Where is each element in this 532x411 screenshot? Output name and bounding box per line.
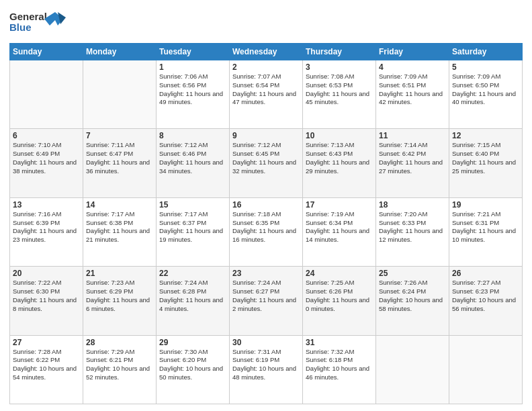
day-number: 6	[13, 131, 80, 140]
day-number: 19	[452, 200, 519, 210]
page: General Blue SundayMondayTuesdayWednesda…	[0, 0, 532, 411]
calendar-header-sunday: Sunday	[10, 44, 83, 60]
calendar-cell: 8Sunrise: 7:12 AM Sunset: 6:46 PM Daylig…	[157, 129, 230, 197]
header: General Blue	[9, 7, 523, 39]
day-number: 22	[159, 269, 226, 278]
day-number: 4	[379, 62, 446, 72]
day-info: Sunrise: 7:14 AM Sunset: 6:42 PM Dayligh…	[379, 141, 446, 175]
calendar-cell: 10Sunrise: 7:13 AM Sunset: 6:43 PM Dayli…	[303, 129, 376, 197]
day-info: Sunrise: 7:15 AM Sunset: 6:40 PM Dayligh…	[452, 141, 519, 175]
calendar-cell: 28Sunrise: 7:29 AM Sunset: 6:21 PM Dayli…	[83, 335, 157, 404]
day-number: 10	[306, 131, 373, 140]
day-number: 9	[232, 131, 300, 140]
calendar-cell: 25Sunrise: 7:26 AM Sunset: 6:24 PM Dayli…	[376, 267, 449, 335]
calendar-cell: 26Sunrise: 7:27 AM Sunset: 6:23 PM Dayli…	[449, 267, 523, 335]
day-number: 3	[306, 62, 373, 72]
day-number: 12	[452, 131, 519, 140]
day-info: Sunrise: 7:09 AM Sunset: 6:51 PM Dayligh…	[379, 73, 446, 107]
day-number: 25	[379, 269, 446, 278]
calendar-cell: 15Sunrise: 7:17 AM Sunset: 6:37 PM Dayli…	[157, 197, 230, 266]
calendar-cell: 6Sunrise: 7:10 AM Sunset: 6:49 PM Daylig…	[10, 129, 83, 197]
calendar-cell	[449, 335, 523, 404]
day-number: 30	[232, 338, 300, 347]
day-info: Sunrise: 7:25 AM Sunset: 6:26 PM Dayligh…	[306, 279, 373, 313]
calendar-cell: 1Sunrise: 7:06 AM Sunset: 6:56 PM Daylig…	[157, 60, 230, 129]
day-info: Sunrise: 7:29 AM Sunset: 6:21 PM Dayligh…	[86, 348, 153, 382]
logo: General Blue	[9, 7, 70, 39]
day-number: 11	[379, 131, 446, 140]
day-number: 31	[306, 338, 373, 347]
day-number: 7	[86, 131, 153, 140]
day-info: Sunrise: 7:17 AM Sunset: 6:37 PM Dayligh…	[159, 210, 226, 244]
day-info: Sunrise: 7:10 AM Sunset: 6:49 PM Dayligh…	[13, 141, 80, 175]
day-number: 17	[306, 200, 373, 210]
day-info: Sunrise: 7:31 AM Sunset: 6:19 PM Dayligh…	[232, 348, 300, 382]
day-info: Sunrise: 7:19 AM Sunset: 6:34 PM Dayligh…	[306, 210, 373, 244]
calendar-header-friday: Friday	[376, 44, 449, 60]
calendar-cell: 5Sunrise: 7:09 AM Sunset: 6:50 PM Daylig…	[449, 60, 523, 129]
calendar-cell: 16Sunrise: 7:18 AM Sunset: 6:35 PM Dayli…	[230, 197, 303, 266]
calendar-cell: 9Sunrise: 7:12 AM Sunset: 6:45 PM Daylig…	[230, 129, 303, 197]
calendar-cell: 2Sunrise: 7:07 AM Sunset: 6:54 PM Daylig…	[230, 60, 303, 129]
calendar-week-4: 20Sunrise: 7:22 AM Sunset: 6:30 PM Dayli…	[10, 267, 523, 335]
calendar-cell: 31Sunrise: 7:32 AM Sunset: 6:18 PM Dayli…	[303, 335, 376, 404]
svg-text:General: General	[9, 11, 47, 22]
day-number: 16	[232, 200, 300, 210]
day-number: 23	[232, 269, 300, 278]
day-info: Sunrise: 7:07 AM Sunset: 6:54 PM Dayligh…	[232, 73, 300, 107]
calendar-cell: 17Sunrise: 7:19 AM Sunset: 6:34 PM Dayli…	[303, 197, 376, 266]
calendar-cell: 22Sunrise: 7:24 AM Sunset: 6:28 PM Dayli…	[157, 267, 230, 335]
day-info: Sunrise: 7:23 AM Sunset: 6:29 PM Dayligh…	[86, 279, 153, 313]
day-number: 26	[452, 269, 519, 278]
calendar-header-saturday: Saturday	[449, 44, 523, 60]
day-info: Sunrise: 7:24 AM Sunset: 6:28 PM Dayligh…	[159, 279, 226, 313]
day-number: 13	[13, 200, 80, 210]
calendar-cell: 21Sunrise: 7:23 AM Sunset: 6:29 PM Dayli…	[83, 267, 157, 335]
day-number: 27	[13, 338, 80, 347]
calendar-week-1: 1Sunrise: 7:06 AM Sunset: 6:56 PM Daylig…	[10, 60, 523, 129]
calendar-cell: 7Sunrise: 7:11 AM Sunset: 6:47 PM Daylig…	[83, 129, 157, 197]
calendar-cell: 30Sunrise: 7:31 AM Sunset: 6:19 PM Dayli…	[230, 335, 303, 404]
day-info: Sunrise: 7:30 AM Sunset: 6:20 PM Dayligh…	[159, 348, 226, 382]
calendar-cell	[376, 335, 449, 404]
calendar-week-3: 13Sunrise: 7:16 AM Sunset: 6:39 PM Dayli…	[10, 197, 523, 266]
calendar-cell: 13Sunrise: 7:16 AM Sunset: 6:39 PM Dayli…	[10, 197, 83, 266]
calendar-cell: 29Sunrise: 7:30 AM Sunset: 6:20 PM Dayli…	[157, 335, 230, 404]
calendar-cell: 18Sunrise: 7:20 AM Sunset: 6:33 PM Dayli…	[376, 197, 449, 266]
calendar-cell: 24Sunrise: 7:25 AM Sunset: 6:26 PM Dayli…	[303, 267, 376, 335]
calendar-cell: 14Sunrise: 7:17 AM Sunset: 6:38 PM Dayli…	[83, 197, 157, 266]
calendar-cell: 3Sunrise: 7:08 AM Sunset: 6:53 PM Daylig…	[303, 60, 376, 129]
day-info: Sunrise: 7:11 AM Sunset: 6:47 PM Dayligh…	[86, 141, 153, 175]
day-number: 18	[379, 200, 446, 210]
day-info: Sunrise: 7:22 AM Sunset: 6:30 PM Dayligh…	[13, 279, 80, 313]
logo-icon: General Blue	[9, 7, 70, 36]
day-info: Sunrise: 7:27 AM Sunset: 6:23 PM Dayligh…	[452, 279, 519, 313]
day-number: 21	[86, 269, 153, 278]
day-number: 1	[159, 62, 226, 72]
calendar-cell: 4Sunrise: 7:09 AM Sunset: 6:51 PM Daylig…	[376, 60, 449, 129]
day-info: Sunrise: 7:20 AM Sunset: 6:33 PM Dayligh…	[379, 210, 446, 244]
day-number: 15	[159, 200, 226, 210]
day-info: Sunrise: 7:28 AM Sunset: 6:22 PM Dayligh…	[13, 348, 80, 382]
day-info: Sunrise: 7:32 AM Sunset: 6:18 PM Dayligh…	[306, 348, 373, 382]
day-info: Sunrise: 7:06 AM Sunset: 6:56 PM Dayligh…	[159, 73, 226, 107]
calendar-cell: 12Sunrise: 7:15 AM Sunset: 6:40 PM Dayli…	[449, 129, 523, 197]
day-info: Sunrise: 7:21 AM Sunset: 6:31 PM Dayligh…	[452, 210, 519, 244]
day-info: Sunrise: 7:08 AM Sunset: 6:53 PM Dayligh…	[306, 73, 373, 107]
day-info: Sunrise: 7:18 AM Sunset: 6:35 PM Dayligh…	[232, 210, 300, 244]
svg-text:Blue: Blue	[9, 21, 32, 33]
day-number: 5	[452, 62, 519, 72]
day-number: 29	[159, 338, 226, 347]
day-info: Sunrise: 7:17 AM Sunset: 6:38 PM Dayligh…	[86, 210, 153, 244]
calendar-header-tuesday: Tuesday	[157, 44, 230, 60]
calendar-cell: 20Sunrise: 7:22 AM Sunset: 6:30 PM Dayli…	[10, 267, 83, 335]
day-info: Sunrise: 7:26 AM Sunset: 6:24 PM Dayligh…	[379, 279, 446, 313]
day-number: 8	[159, 131, 226, 140]
calendar-week-2: 6Sunrise: 7:10 AM Sunset: 6:49 PM Daylig…	[10, 129, 523, 197]
day-info: Sunrise: 7:24 AM Sunset: 6:27 PM Dayligh…	[232, 279, 300, 313]
calendar-header-thursday: Thursday	[303, 44, 376, 60]
day-info: Sunrise: 7:13 AM Sunset: 6:43 PM Dayligh…	[306, 141, 373, 175]
calendar-cell: 19Sunrise: 7:21 AM Sunset: 6:31 PM Dayli…	[449, 197, 523, 266]
calendar-header-wednesday: Wednesday	[230, 44, 303, 60]
day-number: 20	[13, 269, 80, 278]
